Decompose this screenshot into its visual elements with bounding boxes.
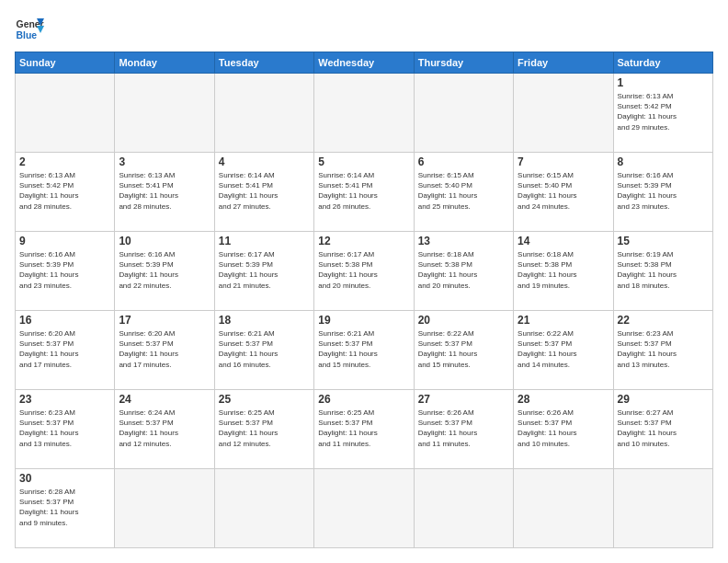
day-info: Sunrise: 6:16 AM Sunset: 5:39 PM Dayligh… <box>119 249 210 291</box>
day-info: Sunrise: 6:22 AM Sunset: 5:37 PM Dayligh… <box>518 328 609 370</box>
calendar-cell: 19Sunrise: 6:21 AM Sunset: 5:37 PM Dayli… <box>314 311 414 390</box>
calendar-cell: 9Sunrise: 6:16 AM Sunset: 5:39 PM Daylig… <box>16 232 115 311</box>
day-number: 10 <box>119 235 210 247</box>
day-number: 8 <box>618 155 709 168</box>
weekday-header: Sunday <box>16 52 115 74</box>
day-number: 21 <box>518 314 609 327</box>
calendar-cell: 7Sunrise: 6:15 AM Sunset: 5:40 PM Daylig… <box>514 153 613 232</box>
day-number: 5 <box>318 155 409 168</box>
day-number: 7 <box>518 155 609 168</box>
day-number: 23 <box>19 393 110 406</box>
day-info: Sunrise: 6:21 AM Sunset: 5:37 PM Dayligh… <box>318 328 409 370</box>
calendar-cell: 15Sunrise: 6:19 AM Sunset: 5:38 PM Dayli… <box>613 232 712 311</box>
calendar-cell: 10Sunrise: 6:16 AM Sunset: 5:39 PM Dayli… <box>115 232 214 311</box>
day-number: 4 <box>219 155 310 168</box>
calendar-cell: 4Sunrise: 6:14 AM Sunset: 5:41 PM Daylig… <box>214 153 313 232</box>
day-number: 26 <box>318 393 409 406</box>
weekday-header: Wednesday <box>314 52 414 74</box>
calendar-cell: 29Sunrise: 6:27 AM Sunset: 5:37 PM Dayli… <box>613 390 712 469</box>
day-info: Sunrise: 6:16 AM Sunset: 5:39 PM Dayligh… <box>618 170 709 212</box>
calendar-cell <box>115 74 214 153</box>
day-number: 25 <box>219 393 310 406</box>
calendar-cell: 18Sunrise: 6:21 AM Sunset: 5:37 PM Dayli… <box>214 311 313 390</box>
weekday-header: Thursday <box>414 52 513 74</box>
day-number: 9 <box>19 235 110 247</box>
day-number: 14 <box>518 235 609 247</box>
calendar-cell: 30Sunrise: 6:28 AM Sunset: 5:37 PM Dayli… <box>16 469 115 548</box>
day-number: 2 <box>19 155 110 168</box>
day-info: Sunrise: 6:15 AM Sunset: 5:40 PM Dayligh… <box>518 170 609 212</box>
day-number: 6 <box>418 155 509 168</box>
day-info: Sunrise: 6:26 AM Sunset: 5:37 PM Dayligh… <box>418 408 509 449</box>
day-info: Sunrise: 6:25 AM Sunset: 5:37 PM Dayligh… <box>318 408 409 449</box>
day-info: Sunrise: 6:18 AM Sunset: 5:38 PM Dayligh… <box>418 249 509 291</box>
page: General Blue SundayMondayTuesdayWednesda… <box>0 0 728 563</box>
calendar-row: 1Sunrise: 6:13 AM Sunset: 5:42 PM Daylig… <box>16 74 713 153</box>
calendar-cell: 11Sunrise: 6:17 AM Sunset: 5:39 PM Dayli… <box>214 232 313 311</box>
calendar-row: 23Sunrise: 6:23 AM Sunset: 5:37 PM Dayli… <box>16 390 713 469</box>
day-info: Sunrise: 6:18 AM Sunset: 5:38 PM Dayligh… <box>518 249 609 291</box>
logo: General Blue <box>15 15 44 44</box>
day-info: Sunrise: 6:16 AM Sunset: 5:39 PM Dayligh… <box>19 249 110 291</box>
calendar-cell: 5Sunrise: 6:14 AM Sunset: 5:41 PM Daylig… <box>314 153 414 232</box>
day-info: Sunrise: 6:24 AM Sunset: 5:37 PM Dayligh… <box>119 408 210 449</box>
day-number: 12 <box>318 235 409 247</box>
day-number: 24 <box>119 393 210 406</box>
day-info: Sunrise: 6:14 AM Sunset: 5:41 PM Dayligh… <box>318 170 409 212</box>
calendar-cell <box>314 74 414 153</box>
weekday-header: Saturday <box>613 52 712 74</box>
day-number: 20 <box>418 314 509 327</box>
day-info: Sunrise: 6:23 AM Sunset: 5:37 PM Dayligh… <box>19 408 110 449</box>
calendar-cell: 8Sunrise: 6:16 AM Sunset: 5:39 PM Daylig… <box>613 153 712 232</box>
day-info: Sunrise: 6:19 AM Sunset: 5:38 PM Dayligh… <box>618 249 709 291</box>
calendar-cell: 12Sunrise: 6:17 AM Sunset: 5:38 PM Dayli… <box>314 232 414 311</box>
day-number: 27 <box>418 393 509 406</box>
calendar-cell: 3Sunrise: 6:13 AM Sunset: 5:41 PM Daylig… <box>115 153 214 232</box>
calendar-cell: 26Sunrise: 6:25 AM Sunset: 5:37 PM Dayli… <box>314 390 414 469</box>
day-number: 19 <box>318 314 409 327</box>
calendar-cell <box>514 469 613 548</box>
day-info: Sunrise: 6:20 AM Sunset: 5:37 PM Dayligh… <box>19 328 110 370</box>
calendar-cell <box>514 74 613 153</box>
calendar-row: 16Sunrise: 6:20 AM Sunset: 5:37 PM Dayli… <box>16 311 713 390</box>
calendar-cell <box>214 74 313 153</box>
day-number: 17 <box>119 314 210 327</box>
day-info: Sunrise: 6:15 AM Sunset: 5:40 PM Dayligh… <box>418 170 509 212</box>
calendar-row: 9Sunrise: 6:16 AM Sunset: 5:39 PM Daylig… <box>16 232 713 311</box>
day-info: Sunrise: 6:21 AM Sunset: 5:37 PM Dayligh… <box>219 328 310 370</box>
day-info: Sunrise: 6:28 AM Sunset: 5:37 PM Dayligh… <box>19 487 110 528</box>
day-number: 18 <box>219 314 310 327</box>
day-info: Sunrise: 6:25 AM Sunset: 5:37 PM Dayligh… <box>219 408 310 449</box>
calendar-cell: 1Sunrise: 6:13 AM Sunset: 5:42 PM Daylig… <box>613 74 712 153</box>
day-number: 3 <box>119 155 210 168</box>
weekday-header-row: SundayMondayTuesdayWednesdayThursdayFrid… <box>16 52 713 74</box>
calendar-row: 30Sunrise: 6:28 AM Sunset: 5:37 PM Dayli… <box>16 469 713 548</box>
day-info: Sunrise: 6:23 AM Sunset: 5:37 PM Dayligh… <box>618 328 709 370</box>
day-number: 29 <box>618 393 709 406</box>
calendar-cell <box>414 469 513 548</box>
day-info: Sunrise: 6:20 AM Sunset: 5:37 PM Dayligh… <box>119 328 210 370</box>
day-info: Sunrise: 6:13 AM Sunset: 5:41 PM Dayligh… <box>119 170 210 212</box>
calendar-cell: 25Sunrise: 6:25 AM Sunset: 5:37 PM Dayli… <box>214 390 313 469</box>
calendar-cell <box>414 74 513 153</box>
calendar-cell: 24Sunrise: 6:24 AM Sunset: 5:37 PM Dayli… <box>115 390 214 469</box>
calendar-cell <box>314 469 414 548</box>
calendar-cell: 28Sunrise: 6:26 AM Sunset: 5:37 PM Dayli… <box>514 390 613 469</box>
day-info: Sunrise: 6:14 AM Sunset: 5:41 PM Dayligh… <box>219 170 310 212</box>
calendar-cell: 2Sunrise: 6:13 AM Sunset: 5:42 PM Daylig… <box>16 153 115 232</box>
logo-icon: General Blue <box>15 15 44 44</box>
day-number: 30 <box>19 472 110 485</box>
calendar-cell: 23Sunrise: 6:23 AM Sunset: 5:37 PM Dayli… <box>16 390 115 469</box>
day-number: 22 <box>618 314 709 327</box>
calendar-cell: 16Sunrise: 6:20 AM Sunset: 5:37 PM Dayli… <box>16 311 115 390</box>
calendar-cell: 21Sunrise: 6:22 AM Sunset: 5:37 PM Dayli… <box>514 311 613 390</box>
svg-text:Blue: Blue <box>17 30 38 40</box>
day-info: Sunrise: 6:27 AM Sunset: 5:37 PM Dayligh… <box>618 408 709 449</box>
day-number: 15 <box>618 235 709 247</box>
day-info: Sunrise: 6:13 AM Sunset: 5:42 PM Dayligh… <box>618 91 709 132</box>
day-info: Sunrise: 6:17 AM Sunset: 5:38 PM Dayligh… <box>318 249 409 291</box>
calendar-cell <box>613 469 712 548</box>
calendar-cell <box>214 469 313 548</box>
day-info: Sunrise: 6:17 AM Sunset: 5:39 PM Dayligh… <box>219 249 310 291</box>
calendar-row: 2Sunrise: 6:13 AM Sunset: 5:42 PM Daylig… <box>16 153 713 232</box>
